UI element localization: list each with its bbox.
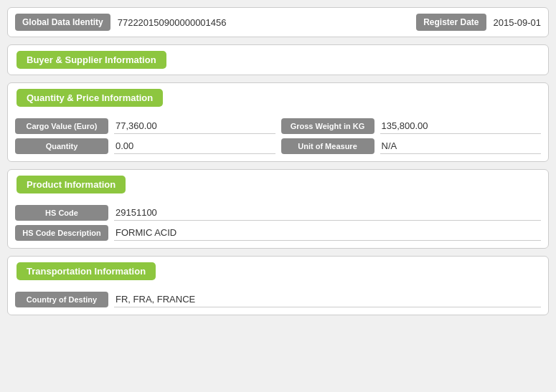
hs-code-desc-value: FORMIC ACID (114, 225, 541, 241)
cargo-gross-row: Cargo Value (Euro) 77,360.00 Gross Weigh… (15, 118, 541, 134)
product-fields: HS Code 29151100 HS Code Description FOR… (8, 199, 548, 248)
country-destiny-row: Country of Destiny FR, FRA, FRANCE (15, 292, 541, 307)
quantity-price-header: Quantity & Price Information (8, 83, 548, 113)
uom-value: N/A (380, 138, 542, 154)
gross-weight-value: 135,800.00 (380, 118, 542, 134)
hs-code-desc-row: HS Code Description FORMIC ACID (15, 225, 541, 241)
buyer-supplier-section: Buyer & Supplier Information (7, 44, 549, 75)
buyer-supplier-header: Buyer & Supplier Information (8, 45, 548, 75)
quantity-price-title: Quantity & Price Information (17, 89, 163, 107)
hs-code-label: HS Code (15, 205, 108, 221)
quantity-group: Quantity 0.00 (15, 138, 275, 154)
product-title: Product Information (17, 176, 126, 193)
country-destiny-value: FR, FRA, FRANCE (114, 292, 541, 307)
uom-label: Unit of Measure (281, 138, 374, 154)
quantity-price-section: Quantity & Price Information Cargo Value… (7, 82, 549, 162)
quantity-uom-row: Quantity 0.00 Unit of Measure N/A (15, 138, 541, 154)
page-container: Global Data Identity 7722201509000000014… (7, 7, 549, 315)
transportation-title: Transportation Information (17, 262, 156, 280)
register-date-value: 2015-09-01 (494, 17, 542, 28)
transportation-header: Transportation Information (8, 257, 548, 286)
quantity-label: Quantity (15, 138, 108, 154)
buyer-supplier-title: Buyer & Supplier Information (17, 51, 166, 69)
gdi-value: 772220150900000001456 (118, 17, 409, 28)
transportation-section: Transportation Information Country of De… (7, 256, 549, 315)
quantity-value: 0.00 (114, 138, 275, 154)
header-row: Global Data Identity 7722201509000000014… (7, 7, 549, 37)
gdi-label: Global Data Identity (15, 14, 110, 31)
gross-weight-label: Gross Weight in KG (281, 118, 374, 134)
gross-weight-group: Gross Weight in KG 135,800.00 (281, 118, 542, 134)
product-section: Product Information HS Code 29151100 HS … (7, 169, 549, 249)
hs-code-row: HS Code 29151100 (15, 205, 541, 221)
country-destiny-label: Country of Destiny (15, 292, 108, 307)
product-header: Product Information (8, 170, 548, 199)
uom-group: Unit of Measure N/A (281, 138, 542, 154)
hs-code-desc-label: HS Code Description (15, 225, 108, 241)
register-date-label: Register Date (416, 14, 486, 31)
cargo-value-label: Cargo Value (Euro) (15, 118, 108, 134)
quantity-price-fields: Cargo Value (Euro) 77,360.00 Gross Weigh… (8, 113, 548, 161)
hs-code-value: 29151100 (114, 205, 541, 221)
cargo-value-group: Cargo Value (Euro) 77,360.00 (15, 118, 275, 134)
cargo-value-value: 77,360.00 (114, 118, 275, 134)
transportation-fields: Country of Destiny FR, FRA, FRANCE (8, 286, 548, 315)
